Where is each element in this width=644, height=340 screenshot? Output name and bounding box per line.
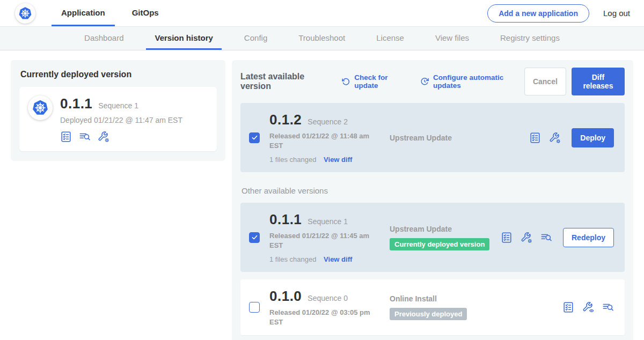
app-logo[interactable] <box>15 0 35 26</box>
preflight-checks-icon[interactable] <box>562 301 574 313</box>
top-nav-tabs: Application GitOps <box>52 0 169 26</box>
deployed-version-card: 0.1.1 Sequence 1 Deployed 01/21/22 @ 11:… <box>19 87 217 151</box>
auto-update-clock-icon <box>420 77 429 86</box>
app-nav: Dashboard Version history Config Trouble… <box>0 27 644 50</box>
latest-available-title: Latest available version <box>240 72 330 91</box>
version-number: 0.1.2 <box>269 112 302 128</box>
refresh-icon <box>341 77 350 86</box>
logout-link[interactable]: Log out <box>603 9 630 18</box>
version-source-label: Upstream Update <box>390 134 529 142</box>
preflight-checks-icon[interactable] <box>501 232 513 243</box>
version-checkbox[interactable] <box>249 302 260 313</box>
tab-gitops[interactable]: GitOps <box>122 0 169 26</box>
add-new-application-button[interactable]: Add a new application <box>487 4 589 23</box>
tab-application[interactable]: Application <box>52 0 115 26</box>
view-config-icon[interactable] <box>582 301 594 313</box>
currently-deployed-title: Currently deployed version <box>20 70 217 79</box>
deployed-sequence-label: Sequence 1 <box>98 101 138 110</box>
version-row-0-1-0: 0.1.0 Sequence 0 Released 01/20/22 @ 03:… <box>240 279 625 335</box>
currently-deployed-panel: Currently deployed version 0.1.1 Sequenc… <box>11 60 225 161</box>
currently-deployed-badge: Currently deployed version <box>390 238 489 250</box>
previously-deployed-badge: Previously deployed <box>390 308 467 320</box>
deploy-button[interactable]: Deploy <box>572 128 614 147</box>
released-timestamp: Released 01/21/22 @ 11:45 am EST <box>269 231 383 250</box>
top-nav: Application GitOps Add a new application… <box>0 0 644 27</box>
version-row-0-1-2: 0.1.2 Sequence 2 Released 01/21/22 @ 11:… <box>240 103 625 172</box>
view-diff-link[interactable]: View diff <box>324 255 352 263</box>
deploy-logs-icon[interactable] <box>79 131 91 143</box>
view-diff-link[interactable]: View diff <box>324 156 352 164</box>
kubernetes-logo-icon <box>15 3 35 24</box>
tab-view-files[interactable]: View files <box>427 27 478 50</box>
version-number: 0.1.0 <box>269 288 302 305</box>
tab-registry-settings[interactable]: Registry settings <box>492 27 568 50</box>
deployed-version-number: 0.1.1 <box>60 95 92 112</box>
sequence-label: Sequence 1 <box>308 217 348 226</box>
deployed-timestamp: Deployed 01/21/22 @ 11:47 am EST <box>60 116 182 124</box>
files-changed-label: 1 files changed <box>269 255 316 263</box>
sequence-label: Sequence 2 <box>308 117 348 126</box>
sequence-label: Sequence 0 <box>308 294 348 302</box>
preflight-checks-icon[interactable] <box>60 131 72 143</box>
version-source-label: Upstream Update <box>390 225 501 233</box>
cancel-button[interactable]: Cancel <box>524 68 566 95</box>
deploy-logs-icon[interactable] <box>540 232 552 243</box>
version-number: 0.1.1 <box>269 211 302 228</box>
check-for-update-link[interactable]: Check for update <box>341 73 408 90</box>
main-content: Currently deployed version 0.1.1 Sequenc… <box>0 50 644 340</box>
tab-troubleshoot[interactable]: Troubleshoot <box>290 27 354 50</box>
preflight-checks-icon[interactable] <box>529 132 541 144</box>
tab-config[interactable]: Config <box>236 27 276 50</box>
released-timestamp: Released 01/20/22 @ 03:05 pm EST <box>269 308 383 327</box>
tab-license[interactable]: License <box>368 27 413 50</box>
other-versions-title: Other available versions <box>241 186 625 195</box>
released-timestamp: Released 01/21/22 @ 11:48 am EST <box>269 131 383 150</box>
edit-config-icon[interactable] <box>98 131 109 143</box>
version-row-0-1-1: 0.1.1 Sequence 1 Released 01/21/22 @ 11:… <box>240 203 625 272</box>
version-checkbox[interactable] <box>249 232 260 243</box>
configure-automatic-updates-link[interactable]: Configure automatic updates <box>420 73 524 90</box>
redeploy-button[interactable]: Redeploy <box>563 228 614 247</box>
kubernetes-app-icon <box>28 95 53 120</box>
deploy-logs-icon[interactable] <box>602 301 614 313</box>
diff-releases-button[interactable]: Diff releases <box>572 68 625 95</box>
tab-dashboard[interactable]: Dashboard <box>76 27 132 50</box>
tab-version-history[interactable]: Version history <box>146 27 221 50</box>
edit-config-icon[interactable] <box>549 132 561 144</box>
version-checkbox[interactable] <box>249 132 260 143</box>
latest-available-panel: Latest available version Check for updat… <box>232 60 633 340</box>
version-source-label: Online Install <box>390 294 562 303</box>
edit-config-icon[interactable] <box>521 232 532 243</box>
files-changed-label: 1 files changed <box>269 156 316 164</box>
